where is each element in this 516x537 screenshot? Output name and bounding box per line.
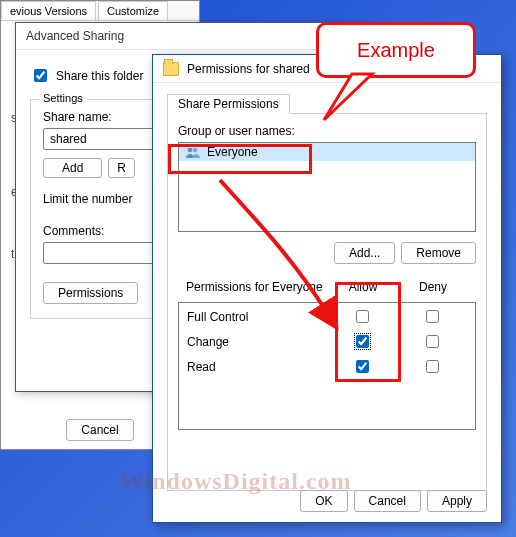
ok-button[interactable]: OK — [300, 490, 347, 512]
full-control-allow-checkbox[interactable] — [356, 310, 369, 323]
table-row-change: Change — [179, 330, 475, 353]
permissions-panel: Group or user names: Everyone Add... Rem… — [167, 113, 487, 491]
cancel-button[interactable]: Cancel — [354, 490, 421, 512]
column-allow: Allow — [328, 280, 398, 294]
tab-customize[interactable]: Customize — [98, 1, 168, 20]
annotation-callout-tail — [322, 72, 382, 132]
permissions-table: Full Control Change Read — [178, 302, 476, 430]
settings-legend: Settings — [39, 92, 87, 104]
permissions-button[interactable]: Permissions — [43, 282, 138, 304]
permissions-title: Permissions for shared — [187, 62, 310, 76]
tab-previous-versions[interactable]: evious Versions — [1, 1, 96, 20]
permissions-for-label: Permissions for Everyone — [186, 280, 328, 294]
read-allow-checkbox[interactable] — [356, 360, 369, 373]
folder-icon — [163, 62, 179, 76]
perm-name: Full Control — [187, 310, 327, 324]
table-row-full-control: Full Control — [179, 305, 475, 328]
tab-share-permissions[interactable]: Share Permissions — [167, 94, 290, 114]
share-this-folder-label: Share this folder — [56, 69, 143, 83]
svg-point-0 — [188, 148, 193, 153]
list-item-label: Everyone — [207, 145, 258, 159]
perm-name: Read — [187, 360, 327, 374]
change-deny-checkbox[interactable] — [426, 335, 439, 348]
list-item-everyone[interactable]: Everyone — [179, 143, 475, 161]
annotation-callout: Example — [316, 22, 476, 78]
perm-name: Change — [187, 335, 327, 349]
change-allow-checkbox[interactable] — [356, 335, 369, 348]
annotation-callout-text: Example — [357, 39, 435, 62]
group-icon — [185, 146, 201, 158]
svg-point-1 — [193, 148, 198, 153]
column-deny: Deny — [398, 280, 468, 294]
properties-cancel-button[interactable]: Cancel — [66, 419, 133, 441]
apply-button[interactable]: Apply — [427, 490, 487, 512]
full-control-deny-checkbox[interactable] — [426, 310, 439, 323]
remove-user-button[interactable]: Remove — [401, 242, 476, 264]
properties-tabs: evious Versions Customize — [1, 1, 199, 21]
table-row-read: Read — [179, 355, 475, 378]
permissions-table-header: Permissions for Everyone Allow Deny — [178, 276, 476, 296]
share-add-button[interactable]: Add — [43, 158, 102, 178]
svg-marker-2 — [324, 74, 372, 120]
read-deny-checkbox[interactable] — [426, 360, 439, 373]
share-this-folder-checkbox[interactable] — [34, 69, 47, 82]
share-remove-button[interactable]: R — [108, 158, 135, 178]
group-user-listbox[interactable]: Everyone — [178, 142, 476, 232]
add-user-button[interactable]: Add... — [334, 242, 395, 264]
